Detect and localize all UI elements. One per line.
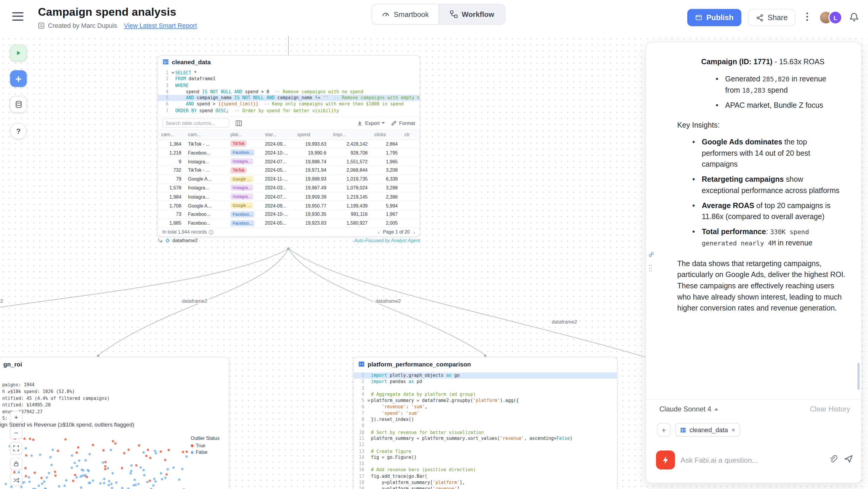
node-header[interactable]: platform_performance_comparison — [354, 357, 617, 371]
table-toolbar: Export Format — [158, 116, 420, 130]
attach-file-button[interactable] — [828, 454, 838, 466]
python-editor[interactable]: 1import plotly.graph_objects as go2impor… — [354, 371, 617, 489]
column-header[interactable]: ctr — [401, 130, 420, 140]
panel-scrollbar[interactable] — [857, 363, 860, 390]
column-header[interactable]: clicks — [371, 130, 401, 140]
code-line: 13# Create figure — [354, 448, 617, 454]
tab-workflow[interactable]: Workflow — [438, 4, 505, 24]
next-page-icon[interactable]: › — [413, 229, 415, 235]
code-line: 17fig.add_trace(go.Bar( — [354, 473, 617, 480]
notifications-bell-icon[interactable] — [849, 12, 860, 23]
clear-history-button[interactable]: Clear History — [810, 405, 850, 413]
column-header[interactable]: impr... — [330, 130, 371, 140]
avatar-group[interactable]: L — [819, 11, 842, 25]
column-header[interactable]: cam... — [158, 130, 184, 140]
table-footer: In total 1,944 records ‹ Page 1 of 20 › — [158, 228, 420, 236]
column-header[interactable]: spend — [294, 130, 330, 140]
fit-view-icon — [13, 445, 20, 452]
share-button[interactable]: Share — [748, 9, 796, 26]
publish-button[interactable]: Publish — [687, 9, 741, 26]
column-header[interactable]: cam... — [185, 130, 227, 140]
platform-badge: Instagra... — [230, 158, 253, 164]
table-row[interactable]: 9Instagra...Instagra...2024-07...19,988.… — [158, 157, 420, 166]
chat-bullet: •Generated 285,820 in revenue from 18,28… — [716, 74, 840, 96]
node-platform-performance[interactable]: platform_performance_comparison 1import … — [353, 357, 618, 489]
table-row[interactable]: 1,685Faceboo...Faceboo...2024-05...19,92… — [158, 219, 420, 227]
avatar-initial[interactable]: L — [828, 11, 842, 25]
share-icon — [756, 13, 764, 21]
table-row[interactable]: 1,984Instagra...Instagra...2024-07...19,… — [158, 192, 420, 201]
add-context-button[interactable]: + — [657, 423, 671, 437]
zoom-in-button[interactable]: + — [10, 411, 22, 423]
node-title: cleaned_data — [172, 59, 211, 65]
lock-canvas-button[interactable] — [10, 458, 22, 470]
code-icon — [358, 361, 365, 368]
panel-anchor-icon[interactable] — [648, 250, 655, 260]
insight-bullets: •Google Ads dominates the top performers… — [692, 137, 842, 249]
code-line: 19 x=platform_summary['revenue'], — [354, 486, 617, 489]
chat-input[interactable] — [681, 456, 823, 464]
latest-report-link[interactable]: View Latest Smart Report — [124, 22, 197, 29]
chat-bullet: •Google Ads dominates the top performers… — [692, 137, 842, 170]
edge-label: dataframe2 — [374, 298, 402, 304]
table-row[interactable]: 732TikTok - ...TikTok2024-05...19,971.94… — [158, 166, 420, 175]
fit-view-button[interactable] — [10, 442, 22, 454]
prev-page-icon[interactable]: ‹ — [378, 229, 379, 235]
zoom-out-button[interactable]: − — [10, 427, 22, 439]
workflow-canvas[interactable]: dataframe2 dataframe2 dataframe2 datafra… — [0, 36, 868, 489]
chat-message: Campaign (ID: 1771) - 15.63x ROAS •Gener… — [677, 42, 846, 314]
auto-layout-button[interactable] — [10, 473, 22, 485]
sql-editor[interactable]: 1SELECT *2FROM dataframe13WHERE4 spend I… — [158, 68, 420, 116]
publish-icon — [695, 14, 702, 21]
data-sources-button[interactable] — [10, 96, 27, 113]
format-button[interactable]: Format — [391, 120, 415, 126]
workflow-icon — [450, 10, 458, 18]
code-line: 11platform_summary = platform_summary.so… — [354, 435, 617, 441]
run-workflow-button[interactable] — [10, 45, 27, 62]
insight-sub-bullets: •Generated 285,820 in revenue from 18,28… — [716, 74, 840, 111]
code-line: 15 — [354, 461, 617, 467]
chat-bullet: •Average ROAS of top 20 campaigns is 11.… — [692, 200, 842, 222]
platform-badge: Google ... — [230, 203, 253, 209]
table-row[interactable]: 1,218Faceboo...Faceboo...2024-10-...19,9… — [158, 148, 420, 157]
report-icon — [38, 22, 45, 29]
code-line: 4# Aggregate data by platform (ad group) — [354, 391, 617, 398]
table-row[interactable]: 73Faceboo...Faceboo...2024-10-...19,930.… — [158, 210, 420, 219]
insight-heading: Campaign (ID: 1771) - 15.63x ROAS — [701, 56, 835, 67]
table-row[interactable]: 1,578Instagra...Instagra...2024-03...19,… — [158, 184, 420, 192]
code-line: 5platform_summary = dataframe2.groupby('… — [354, 398, 617, 404]
platform-badge: Faceboo... — [230, 150, 255, 156]
send-button[interactable] — [843, 454, 854, 466]
more-options-icon[interactable] — [802, 12, 812, 23]
node-cleaned-data[interactable]: cleaned_data 1SELECT *2FROM dataframe13W… — [157, 55, 420, 237]
top-header: Campaign spend analysis Created by Marc … — [0, 0, 868, 36]
output-dataframe-label[interactable]: dataframe2 — [172, 237, 198, 243]
node-campaign-roi[interactable]: gn_roi paigns: 1944h ≥$10k spend: 1026 (… — [0, 357, 229, 489]
code-line: 2FROM dataframe1 — [158, 76, 420, 82]
remove-context-icon[interactable]: × — [731, 426, 735, 434]
panel-resize-grip[interactable] — [648, 264, 653, 274]
columns-icon[interactable] — [235, 120, 242, 126]
model-selector[interactable]: Claude Sonnet 4 — [659, 405, 718, 413]
table-row[interactable]: 1,708Google A...Google ...2024-09...19,9… — [158, 201, 420, 210]
result-table: cam...cam...plat...star...spendimpr...cl… — [158, 130, 420, 228]
node-title-fragment: gn_roi — [0, 357, 229, 367]
help-button[interactable]: ? — [10, 123, 27, 140]
column-header[interactable]: star... — [262, 130, 294, 140]
node-header[interactable]: cleaned_data — [158, 56, 420, 68]
column-header[interactable]: plat... — [227, 130, 262, 140]
shuffle-icon — [12, 476, 20, 483]
context-chip[interactable]: cleaned_data × — [675, 423, 740, 437]
add-node-button[interactable]: + — [10, 70, 27, 87]
smartbook-gauge-icon — [381, 10, 390, 18]
table-search-input[interactable] — [162, 118, 229, 128]
export-button[interactable]: Export — [357, 120, 385, 126]
table-row[interactable]: 79Google A...Google ...2024-11-...19,968… — [158, 175, 420, 184]
edge-label: dataframe2 — [550, 319, 579, 325]
table-row[interactable]: 1,364TikTok - ...TikTok2024-09...19,993.… — [158, 140, 420, 148]
platform-badge: Instagra... — [230, 185, 253, 191]
tab-smartbook[interactable]: Smartbook — [372, 4, 438, 24]
hamburger-menu-icon[interactable] — [12, 12, 23, 22]
code-line: 12 — [354, 441, 617, 448]
chat-footer: Claude Sonnet 4 Clear History + cleaned_… — [646, 399, 861, 483]
